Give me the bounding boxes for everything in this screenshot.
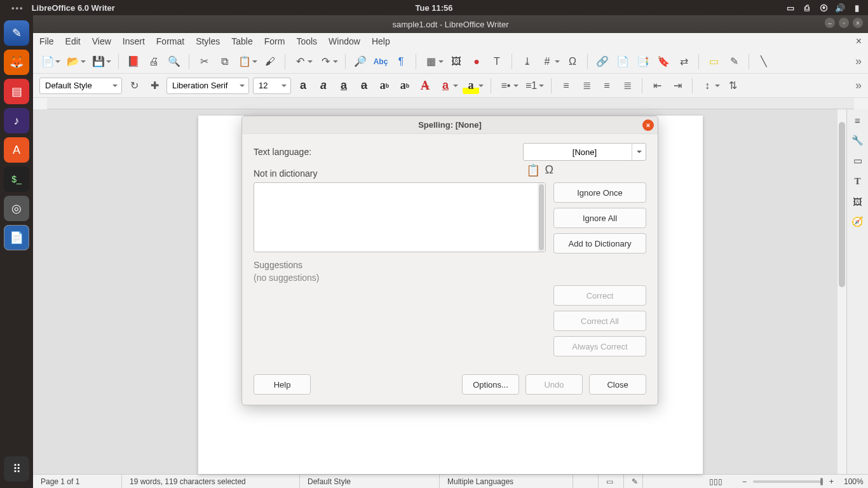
launcher-files-icon[interactable]: ▤	[4, 79, 29, 104]
options-button[interactable]: Options...	[462, 374, 519, 395]
system-clock[interactable]: Tue 11:56	[415, 3, 452, 13]
find-replace-button[interactable]: 🔎	[352, 53, 369, 70]
toolbar-overflow-icon[interactable]: »	[855, 55, 862, 68]
menu-table[interactable]: Table	[231, 36, 252, 46]
insert-line-button[interactable]: ╲	[756, 53, 772, 70]
text-language-select[interactable]: [None]	[523, 143, 646, 161]
launcher-firefox-icon[interactable]: 🦊	[4, 50, 29, 75]
menu-window[interactable]: Window	[329, 36, 360, 46]
menu-edit[interactable]: Edit	[65, 36, 81, 46]
align-center-button[interactable]: ≣	[578, 78, 595, 94]
special-char-icon[interactable]: Ω	[545, 163, 553, 177]
network-icon[interactable]: ⎙	[802, 3, 812, 13]
launcher-chromium-icon[interactable]: ◎	[4, 196, 29, 221]
italic-button[interactable]: a	[315, 78, 332, 94]
launcher-software-icon[interactable]: A	[4, 137, 29, 163]
insert-page-break-button[interactable]: ⤓	[519, 53, 535, 70]
insert-endnote-button[interactable]: 📑	[635, 53, 651, 70]
align-left-button[interactable]: ≡	[558, 78, 574, 94]
sidebar-navigator-icon[interactable]: 🧭	[850, 214, 866, 230]
font-name-combo[interactable]: Liberation Serif	[166, 78, 249, 94]
launcher-music-icon[interactable]: ♪	[4, 108, 29, 133]
insert-footnote-button[interactable]: 📄	[614, 53, 631, 70]
ignore-once-button[interactable]: Ignore Once	[553, 182, 646, 203]
zoom-out-button[interactable]: −	[740, 477, 749, 486]
window-minimize-button[interactable]: –	[825, 18, 835, 28]
update-style-button[interactable]: ↻	[126, 78, 142, 94]
status-wordcount[interactable]: 19 words, 119 characters selected	[122, 475, 300, 488]
document-close-icon[interactable]: ×	[856, 36, 862, 47]
bullet-list-button[interactable]: ≡•	[498, 78, 514, 94]
insert-field-button[interactable]: #	[539, 53, 555, 70]
insert-hyperlink-button[interactable]: 🔗	[594, 53, 611, 70]
insert-table-button[interactable]: ▦	[423, 53, 439, 70]
redo-button[interactable]: ↷	[317, 53, 334, 70]
highlight-button[interactable]: a	[463, 78, 479, 94]
paragraph-style-combo[interactable]: Default Style	[39, 78, 122, 94]
superscript-button[interactable]: ab	[376, 78, 393, 94]
save-button[interactable]: 💾	[90, 53, 107, 70]
increase-indent-button[interactable]: ⇥	[669, 78, 686, 94]
spellcheck-button[interactable]: Abç	[372, 53, 389, 70]
status-view-layout[interactable]: ▯▯▯	[702, 475, 740, 488]
activities-icon[interactable]: •••	[11, 3, 24, 13]
strikethrough-button[interactable]: a	[356, 78, 372, 94]
subscript-button[interactable]: ab	[397, 78, 413, 94]
formatting-marks-button[interactable]: ¶	[393, 53, 409, 70]
font-size-combo[interactable]: 12	[253, 78, 291, 94]
ignore-all-button[interactable]: Ignore All	[553, 208, 646, 228]
add-to-dictionary-button[interactable]: Add to Dictionary	[553, 233, 646, 254]
menu-styles[interactable]: Styles	[196, 36, 220, 46]
menu-format[interactable]: Format	[156, 36, 184, 46]
insert-textbox-button[interactable]: T	[489, 53, 505, 70]
new-doc-button[interactable]: 📄	[39, 53, 56, 70]
insert-cross-ref-button[interactable]: ⇄	[675, 53, 692, 70]
track-changes-button[interactable]: ✎	[726, 53, 742, 70]
export-pdf-button[interactable]: 📕	[125, 53, 142, 70]
print-button[interactable]: 🖨	[146, 53, 162, 70]
decrease-indent-button[interactable]: ⇤	[649, 78, 665, 94]
status-signature[interactable]: ✎	[624, 475, 643, 488]
number-list-button[interactable]: ≡1	[523, 78, 539, 94]
launcher-libreoffice-writer-icon[interactable]: 📄	[4, 225, 29, 250]
correct-button[interactable]: Correct	[553, 285, 646, 306]
textarea-scrollbar[interactable]	[538, 183, 545, 252]
copy-button[interactable]: ⧉	[216, 53, 233, 70]
cut-button[interactable]: ✂	[196, 53, 212, 70]
launcher-writer-icon[interactable]: ✎	[4, 20, 29, 46]
paste-icon[interactable]: 📋	[526, 163, 540, 177]
open-button[interactable]: 📂	[65, 53, 81, 70]
wifi-icon[interactable]: ⦿	[818, 3, 829, 13]
menu-view[interactable]: View	[92, 36, 111, 46]
correct-all-button[interactable]: Correct All	[553, 311, 646, 331]
bold-button[interactable]: a	[295, 78, 311, 94]
sidebar-styles-icon[interactable]: T	[850, 173, 866, 189]
always-correct-button[interactable]: Always Correct	[553, 336, 646, 356]
volume-icon[interactable]: 🔊	[835, 3, 845, 13]
sidebar-gallery-icon[interactable]: 🖼	[850, 193, 866, 210]
suggestions-listbox[interactable]	[254, 283, 546, 341]
paragraph-spacing-button[interactable]: ⇅	[724, 78, 741, 94]
underline-button[interactable]: a	[336, 78, 352, 94]
clear-formatting-button[interactable]: A̶	[417, 78, 433, 94]
launcher-show-apps-icon[interactable]: ⠿	[4, 456, 29, 482]
zoom-slider[interactable]	[753, 480, 823, 483]
menu-help[interactable]: Help	[372, 36, 390, 46]
zoom-in-button[interactable]: +	[827, 477, 836, 486]
close-button[interactable]: Close	[589, 374, 646, 395]
horizontal-ruler[interactable]	[47, 98, 854, 109]
not-in-dictionary-textarea[interactable]	[254, 182, 546, 252]
sidebar-properties-icon[interactable]: 🔧	[850, 132, 866, 149]
menu-insert[interactable]: Insert	[123, 36, 145, 46]
paste-button[interactable]: 📋	[236, 53, 253, 70]
insert-bookmark-button[interactable]: 🔖	[655, 53, 672, 70]
menu-tools[interactable]: Tools	[296, 36, 317, 46]
device-icon[interactable]: ▭	[785, 3, 796, 13]
menu-file[interactable]: File	[39, 36, 54, 46]
dialog-close-icon[interactable]: ×	[642, 119, 654, 131]
insert-image-button[interactable]: 🖼	[448, 53, 465, 70]
new-style-button[interactable]: ✚	[146, 78, 163, 94]
align-right-button[interactable]: ≡	[599, 78, 615, 94]
battery-icon[interactable]: ▮	[851, 3, 862, 13]
formatting-toolbar-overflow-icon[interactable]: »	[855, 79, 862, 92]
